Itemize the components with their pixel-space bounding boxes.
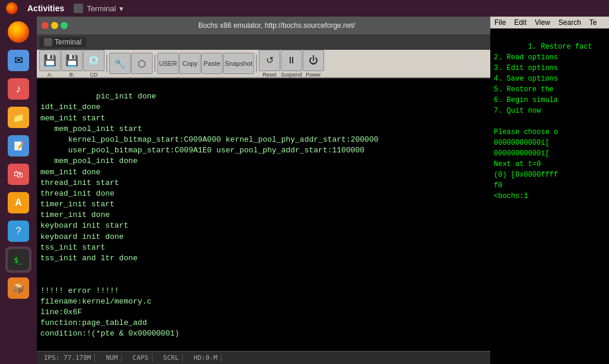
sidebar-icon-writer[interactable]: 📝: [5, 133, 31, 159]
bochs-cd-label: CD: [90, 72, 98, 78]
activities-bar: Activities Terminal ▾: [0, 0, 609, 17]
hd-status: HD:0-M: [190, 354, 221, 362]
bochs-floppy-b-label: B:: [69, 72, 75, 78]
writer-icon: 📝: [8, 135, 29, 157]
window-close-button[interactable]: [42, 22, 49, 29]
bochs-copy-group: Copy: [179, 53, 201, 74]
sidebar-icon-fonts[interactable]: A: [5, 190, 31, 216]
bochs-config-panel: File Edit View Search Te 1. Restore fact…: [490, 17, 609, 364]
terminal-app-indicator[interactable]: Terminal ▾: [74, 4, 123, 13]
box-icon: 📦: [8, 277, 29, 299]
bochs-floppy-b-group: 💾 B:: [61, 50, 83, 78]
sidebar-icon-box[interactable]: 📦: [5, 275, 31, 301]
bochs-suspend-label: Suspend: [281, 72, 302, 78]
menu-file[interactable]: File: [493, 18, 508, 27]
bochs-power-button[interactable]: ⏻: [303, 50, 324, 71]
help-icon: ?: [8, 221, 29, 242]
bochs-config-text: 1. Restore fact 2. Read options 3. Edit …: [494, 43, 592, 200]
ubuntu-logo-icon: [6, 2, 18, 14]
num-status: NUM: [102, 354, 122, 362]
bochs-network-button[interactable]: 🔧: [109, 53, 131, 74]
bochs-floppy-a-group: 💾 A:: [39, 50, 61, 78]
terminal-tab-icon: [44, 38, 52, 46]
terminal-icon: $_: [8, 249, 29, 270]
terminal-title: Bochs x86 emulator, http://bochs.sourcef…: [68, 21, 486, 30]
bochs-network-group: 🔧: [109, 53, 131, 74]
bochs-usb-button[interactable]: ⬡: [131, 53, 153, 74]
terminal-titlebar: Bochs x86 emulator, http://bochs.sourcef…: [37, 17, 490, 34]
bochs-floppy-a-label: A:: [47, 72, 53, 78]
terminal-statusbar: IPS: 77.178M NUM CAPS SCRL HD:0-M: [37, 351, 490, 364]
mail-icon: ✉: [8, 50, 29, 71]
bochs-config-content[interactable]: 1. Restore fact 2. Read options 3. Edit …: [490, 28, 609, 364]
terminal-output[interactable]: pic_init done idt_init_done mem_init sta…: [37, 78, 490, 351]
sidebar-icon-terminal[interactable]: $_: [5, 247, 31, 273]
sidebar-icon-store[interactable]: 🛍: [5, 161, 31, 187]
scrl-status: SCRL: [160, 354, 183, 362]
sidebar-icon-music[interactable]: ♪: [5, 76, 31, 102]
window-controls: [42, 22, 68, 29]
bochs-toolbar: 💾 A: 💾 B: 💿 CD: [37, 50, 490, 78]
menu-view[interactable]: View: [533, 18, 552, 27]
sidebar: ✉ ♪ 📁 📝 🛍 A ?: [0, 17, 37, 364]
menu-edit[interactable]: Edit: [512, 18, 528, 27]
bochs-cd-group: 💿 CD: [83, 50, 104, 78]
terminal-tab-label: Terminal: [55, 38, 81, 46]
menu-te[interactable]: Te: [588, 18, 599, 27]
bochs-power-label: Power: [306, 72, 321, 78]
toolbar-separator-1: [106, 55, 107, 72]
bochs-copy-button[interactable]: Copy: [179, 53, 201, 74]
terminal-section: Bochs x86 emulator, http://bochs.sourcef…: [37, 17, 490, 364]
bochs-power-group: ⏻ Power: [303, 50, 324, 78]
bochs-snapshot-button[interactable]: Snapshot: [223, 53, 254, 74]
bochs-config-menubar: File Edit View Search Te: [490, 17, 609, 28]
font-icon: A: [8, 192, 29, 213]
bochs-suspend-group: ⏸ Suspend: [281, 50, 302, 78]
bochs-user-group: USER: [157, 53, 179, 74]
bochs-reset-group: ↺ Reset: [259, 50, 280, 78]
bochs-floppy-b-button[interactable]: 💾: [61, 50, 83, 71]
menu-search[interactable]: Search: [557, 18, 583, 27]
window-minimize-button[interactable]: [51, 22, 58, 29]
terminal-app-label[interactable]: Terminal: [87, 4, 116, 13]
ips-status: IPS: 77.178M: [40, 354, 95, 362]
bochs-usb-group: ⬡: [131, 53, 153, 74]
firefox-icon: [8, 21, 29, 43]
terminal-tab[interactable]: Terminal: [39, 37, 86, 47]
bochs-snapshot-group: Snapshot: [223, 53, 254, 74]
music-icon: ♪: [8, 78, 29, 100]
files-icon: 📁: [8, 107, 29, 128]
bochs-floppy-a-button[interactable]: 💾: [39, 50, 61, 71]
bochs-cd-button[interactable]: 💿: [83, 50, 104, 71]
sidebar-icon-mail[interactable]: ✉: [5, 47, 31, 74]
bochs-suspend-button[interactable]: ⏸: [281, 50, 302, 71]
sidebar-icon-help[interactable]: ?: [5, 218, 31, 244]
sidebar-icon-files[interactable]: 📁: [5, 104, 31, 130]
window-maximize-button[interactable]: [61, 22, 68, 29]
bochs-user-button[interactable]: USER: [157, 53, 179, 74]
caps-status: CAPS: [129, 354, 153, 362]
terminal-app-arrow: ▾: [119, 4, 123, 13]
activities-label[interactable]: Activities: [27, 4, 64, 13]
bochs-paste-group: Paste: [201, 53, 223, 74]
bochs-reset-label: Reset: [262, 72, 277, 78]
toolbar-separator-2: [154, 55, 156, 72]
bochs-paste-button[interactable]: Paste: [201, 53, 223, 74]
terminal-app-icon: [74, 4, 83, 13]
terminal-tab-bar: Terminal: [37, 34, 490, 50]
terminal-output-text: pic_init done idt_init_done mem_init sta…: [40, 92, 379, 338]
bochs-reset-button[interactable]: ↺: [259, 50, 280, 71]
toolbar-separator-3: [256, 55, 257, 72]
sidebar-icon-firefox[interactable]: [5, 19, 31, 45]
store-icon: 🛍: [8, 164, 29, 185]
